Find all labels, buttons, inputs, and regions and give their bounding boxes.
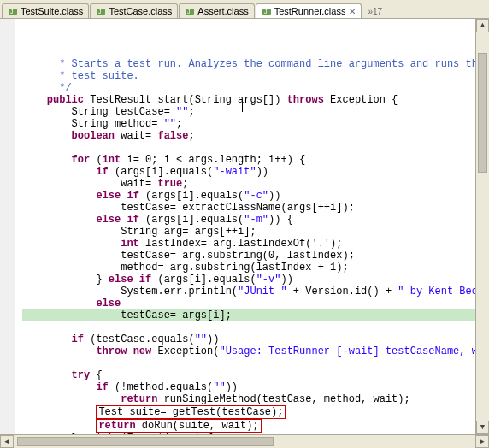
svg-text:J: J [98, 9, 102, 15]
scroll-left-button[interactable]: ◀ [0, 435, 14, 448]
code-line: String testCase= ""; [22, 106, 475, 118]
svg-text:J: J [264, 9, 268, 15]
code-line: wait= true; [22, 178, 475, 190]
tab-testrunner[interactable]: J TestRunner.class ✕ [256, 3, 362, 18]
code-line: throw new Exception("Usage: TestRunner [… [22, 345, 475, 357]
code-line: */ [22, 82, 475, 94]
java-class-icon: J [96, 6, 106, 16]
code-line: try { [22, 369, 475, 381]
code-line: return doRun(suite, wait); [22, 419, 475, 433]
code-line: if (args[i].equals("-wait")) [22, 166, 475, 178]
code-line: else if (args[i].equals("-m")) { [22, 214, 475, 226]
vertical-scrollbar[interactable]: ▲ ▼ [475, 19, 489, 434]
code-line [22, 321, 475, 333]
code-line: int lastIndex= arg.lastIndexOf('.'); [22, 238, 475, 250]
code-line: else [22, 298, 475, 309]
code-line: public TestResult start(String args[]) t… [22, 94, 475, 106]
java-class-icon: J [262, 6, 272, 16]
tab-testsuite[interactable]: J TestSuite.class [2, 3, 89, 18]
svg-text:J: J [10, 9, 14, 15]
gutter [0, 19, 15, 434]
code-line: Test suite= getTest(testCase); [22, 405, 475, 419]
scroll-down-button[interactable]: ▼ [476, 421, 489, 434]
tab-label: Assert.class [197, 6, 248, 16]
code-line: return runSingleMethod(testCase, method,… [22, 393, 475, 405]
scroll-right-button[interactable]: ▶ [475, 435, 489, 448]
code-line: boolean wait= false; [22, 130, 475, 142]
code-line: if (testCase.equals("")) [22, 333, 475, 345]
code-line: * Starts a test run. Analyzes the comman… [22, 58, 475, 70]
tab-label: TestSuite.class [21, 6, 83, 16]
java-class-icon: J [185, 6, 195, 16]
scroll-thumb-vertical[interactable] [478, 53, 487, 173]
scroll-thumb-horizontal[interactable] [17, 437, 274, 446]
code-line: testCase= args[i]; [22, 309, 475, 321]
close-icon[interactable]: ✕ [349, 7, 356, 16]
code-line: String method= ""; [22, 118, 475, 130]
horizontal-scrollbar[interactable]: ◀ ▶ [0, 434, 489, 448]
code-line: testCase= extractClassName(args[++i]); [22, 202, 475, 214]
code-line: * test suite. [22, 70, 475, 82]
code-line: String arg= args[++i]; [22, 226, 475, 238]
code-viewport[interactable]: * Starts a test run. Analyzes the comman… [15, 19, 475, 434]
editor-area: * Starts a test run. Analyzes the comman… [0, 19, 489, 434]
code-line: for (int i= 0; i < args.length; i++) { [22, 154, 475, 166]
svg-text:J: J [187, 9, 191, 15]
code-line: if (!method.equals("")) [22, 381, 475, 393]
tab-label: TestRunner.class [274, 6, 346, 16]
code-line [22, 357, 475, 369]
code-line: System.err.println("JUnit " + Version.id… [22, 286, 475, 298]
tab-assert[interactable]: J Assert.class [179, 3, 254, 18]
code-line: testCase= arg.substring(0, lastIndex); [22, 250, 475, 262]
tab-overflow-button[interactable]: »17 [366, 5, 384, 18]
scroll-up-button[interactable]: ▲ [476, 19, 489, 32]
code-line [22, 142, 475, 154]
code-line: } else if (args[i].equals("-v")) [22, 274, 475, 286]
editor-tabs: J TestSuite.class J TestCase.class J Ass… [0, 0, 489, 19]
tab-testcase[interactable]: J TestCase.class [90, 3, 178, 18]
java-class-icon: J [8, 6, 18, 16]
code-line: else if (args[i].equals("-c")) [22, 190, 475, 202]
text-cursor [242, 100, 243, 112]
code-line: method= arg.substring(lastIndex + 1); [22, 262, 475, 274]
tab-label: TestCase.class [109, 6, 172, 16]
